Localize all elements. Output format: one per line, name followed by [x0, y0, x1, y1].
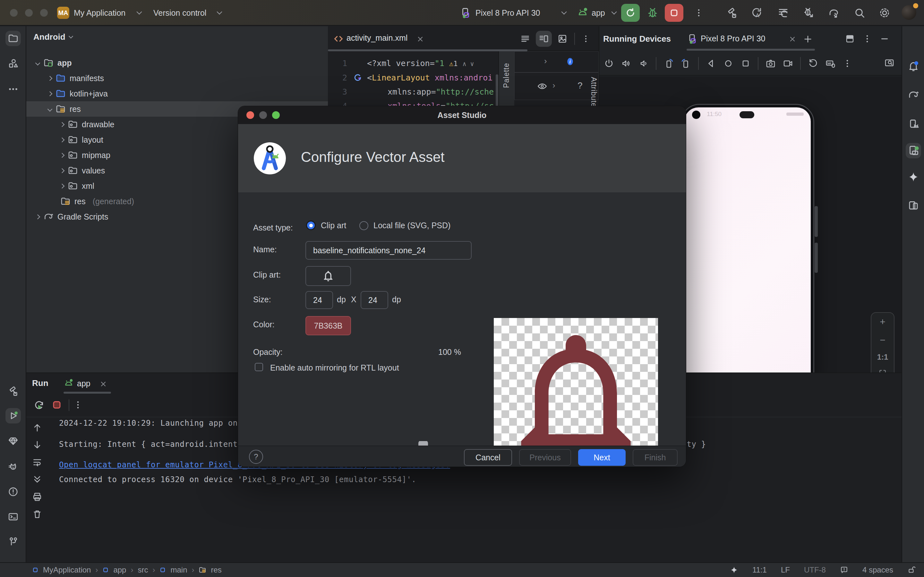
radio-local-file[interactable]: Local file (SVG, PSD)	[359, 221, 451, 230]
print-icon[interactable]	[32, 492, 42, 502]
soft-wrap-icon[interactable]	[32, 457, 42, 467]
collapsed-chevron-icon[interactable]	[60, 153, 65, 158]
running-devices-tool-button[interactable]	[906, 143, 921, 158]
name-input[interactable]: baseline_notifications_none_24	[305, 241, 472, 259]
run-tool-button[interactable]	[5, 408, 21, 424]
resource-manager-tool-button[interactable]	[5, 56, 21, 71]
volume-down-icon[interactable]	[638, 58, 649, 69]
debug-app-button[interactable]	[644, 4, 662, 22]
gradle-sync-icon[interactable]	[827, 5, 841, 21]
expand-chevron[interactable]: ›	[552, 81, 556, 90]
version-control-tool-button[interactable]	[5, 534, 21, 550]
code-viewport[interactable]: 1<?xml version="1 ⚠1 ∧ ∨ 2<LinearLayout …	[334, 56, 494, 113]
finish-button[interactable]: Finish	[633, 449, 678, 466]
screen-record-icon[interactable]	[783, 58, 793, 69]
clip-art-picker-button[interactable]	[305, 266, 351, 286]
breadcrumb-item[interactable]: MyApplication	[43, 566, 91, 574]
stop-app-button[interactable]	[665, 4, 683, 22]
breadcrumb-item[interactable]: app	[113, 566, 126, 574]
radio-clip-art[interactable]: Clip art	[306, 221, 346, 230]
warning-icon[interactable]: ⚠	[449, 60, 453, 68]
scroll-up-icon[interactable]	[32, 422, 42, 433]
project-tool-button[interactable]	[5, 31, 21, 46]
color-swatch-button[interactable]: 7B363B	[305, 316, 351, 335]
design-view-button[interactable]	[554, 31, 570, 47]
app-quality-insights-tool-button[interactable]	[5, 434, 21, 449]
rotate-right-icon[interactable]	[681, 58, 691, 69]
scroll-to-end-icon[interactable]	[32, 474, 42, 485]
android-recents-icon[interactable]	[740, 58, 751, 69]
rerun-icon[interactable]	[33, 400, 45, 411]
device-selector[interactable]: Pixel 8 Pro API 30	[475, 0, 540, 26]
inspections-widget-icon[interactable]	[840, 566, 848, 574]
close-tab-icon[interactable]	[788, 35, 796, 43]
expanded-chevron-icon[interactable]	[47, 106, 53, 111]
vcs-widget[interactable]: Version control	[153, 0, 206, 26]
device-more-menu[interactable]	[843, 59, 852, 68]
zoom-out-button[interactable]: −	[880, 335, 885, 346]
zoom-window-button[interactable]	[40, 9, 48, 17]
info-icon[interactable]: i	[565, 57, 575, 66]
device-manager-tool-button[interactable]	[906, 117, 921, 132]
editor-scrollbar[interactable]	[496, 74, 498, 110]
indent-widget[interactable]: 4 spaces	[863, 566, 893, 574]
stop-icon[interactable]	[51, 400, 62, 410]
collapsed-chevron-icon[interactable]	[35, 214, 40, 219]
build-hammer-icon[interactable]	[724, 5, 739, 21]
device-reset-icon[interactable]	[808, 58, 818, 69]
rtl-mirroring-checkbox[interactable]	[255, 363, 263, 371]
more-tool-windows-button[interactable]	[5, 81, 21, 97]
unlock-icon[interactable]	[907, 566, 916, 574]
close-tab-icon[interactable]	[417, 35, 424, 43]
editor-options-menu[interactable]	[579, 31, 593, 47]
terminal-tool-button[interactable]	[5, 509, 21, 524]
tab-scroll-indicator[interactable]	[328, 49, 527, 51]
power-button-icon[interactable]	[604, 58, 614, 69]
zoom-reset-button[interactable]: 1:1	[877, 353, 888, 362]
tab-pixel-8-pro[interactable]: Pixel 8 Pro API 30	[701, 34, 766, 43]
tab-activity-main-xml[interactable]: activity_main.xml	[347, 33, 407, 43]
rotate-left-icon[interactable]	[664, 58, 674, 69]
collapsed-chevron-icon[interactable]	[60, 183, 65, 189]
android-home-icon[interactable]	[723, 58, 733, 69]
volume-up-icon[interactable]	[621, 58, 632, 69]
tree-item-kotlin-java[interactable]: kotlin+java	[26, 86, 328, 101]
tree-item-app[interactable]: app	[26, 55, 328, 71]
collapsed-chevron-icon[interactable]	[60, 137, 65, 142]
breadcrumb-item[interactable]: res	[211, 566, 221, 574]
breadcrumb-item[interactable]: main	[170, 566, 187, 574]
preview-refresh-gutter-icon[interactable]	[353, 73, 363, 82]
search-everywhere-icon[interactable]	[852, 5, 867, 21]
gradle-tool-button[interactable]	[906, 87, 921, 103]
tab-scroll-indicator[interactable]	[687, 49, 815, 51]
code-view-button[interactable]	[517, 31, 533, 47]
project-view-selector[interactable]: Android	[33, 32, 73, 42]
collapsed-chevron-icon[interactable]	[47, 91, 53, 96]
size-height-input[interactable]: 24	[360, 291, 388, 309]
breadcrumb-item[interactable]: src	[137, 566, 148, 574]
rerun-app-button[interactable]	[621, 4, 640, 22]
dialog-zoom-button[interactable]	[272, 111, 280, 119]
clear-console-icon[interactable]	[32, 509, 42, 519]
zoom-in-button[interactable]: +	[880, 316, 885, 327]
build-tool-button[interactable]	[5, 384, 21, 399]
run-options-menu[interactable]	[73, 400, 83, 410]
ai-sparkle-icon[interactable]	[730, 566, 738, 574]
minimize-panel-icon[interactable]	[880, 34, 889, 44]
dialog-close-button[interactable]	[246, 111, 254, 119]
profiler-icon[interactable]	[776, 5, 790, 21]
run-tab-app[interactable]: app	[77, 379, 90, 388]
line-ending-widget[interactable]: LF	[781, 566, 790, 574]
visibility-eye-icon[interactable]	[537, 81, 548, 91]
attach-debugger-icon[interactable]	[801, 5, 816, 21]
next-button[interactable]: Next	[578, 449, 626, 466]
collapsed-chevron-icon[interactable]	[60, 168, 65, 173]
collapsed-chevron-icon[interactable]	[60, 122, 65, 127]
logcat-tool-button[interactable]	[5, 459, 21, 474]
sync-project-icon[interactable]: A	[749, 5, 764, 21]
problems-tool-button[interactable]	[5, 484, 21, 500]
device-mirroring-tool-button[interactable]	[906, 197, 921, 213]
settings-gear-icon[interactable]	[877, 5, 892, 21]
close-tab-icon[interactable]	[99, 380, 107, 388]
android-back-icon[interactable]	[706, 58, 716, 69]
